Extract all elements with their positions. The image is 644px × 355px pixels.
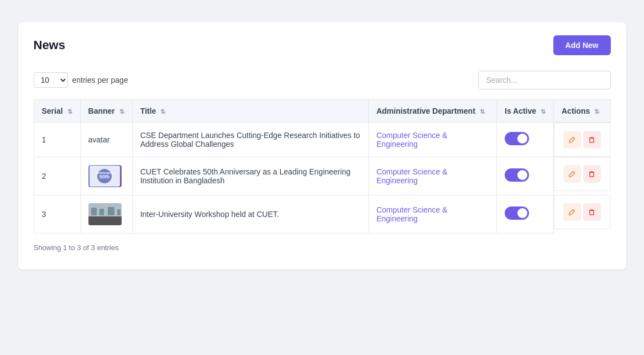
edit-button[interactable] [563, 203, 581, 221]
banner-image [88, 203, 122, 225]
cell-admin-dept: Computer Science & Engineering [368, 157, 496, 195]
card-header: News Add New [34, 35, 611, 55]
sort-serial-icon[interactable]: ⇅ [67, 108, 72, 115]
cell-banner: Celebrating 50th [80, 157, 132, 195]
col-title: Title ⇅ [132, 100, 368, 123]
cell-serial: 1 [34, 123, 80, 157]
sort-actions-icon[interactable]: ⇅ [594, 108, 599, 115]
table-row: 3 Inter-University Workshop held at CUET… [34, 195, 610, 233]
col-admin-dept: Administrative Department ⇅ [368, 100, 496, 123]
cell-title: CUET Celebrates 50th Anniversary as a Le… [132, 157, 368, 195]
table-controls: 10 25 50 100 entries per page [34, 71, 611, 89]
table-header-row: Serial ⇅ Banner ⇅ Title ⇅ Administrative… [34, 100, 610, 123]
delete-button[interactable] [583, 131, 601, 149]
showing-entries-text: Showing 1 to 3 of 3 entries [34, 243, 611, 252]
col-actions: Actions ⇅ [553, 100, 610, 123]
edit-button[interactable] [563, 165, 581, 183]
entries-per-page-select[interactable]: 10 25 50 100 [34, 72, 68, 88]
cell-actions [554, 195, 610, 229]
cell-banner: avatar [80, 123, 132, 157]
cell-admin-dept: Computer Science & Engineering [368, 123, 496, 157]
delete-button[interactable] [583, 203, 601, 221]
cell-is-active [497, 157, 554, 195]
cell-is-active [497, 195, 554, 233]
news-table: Serial ⇅ Banner ⇅ Title ⇅ Administrative… [34, 99, 611, 234]
main-card: News Add New 10 25 50 100 entries per pa… [18, 22, 626, 269]
active-toggle[interactable] [505, 168, 529, 182]
cell-title: CSE Department Launches Cutting-Edge Res… [132, 123, 368, 157]
page-title: News [34, 38, 65, 52]
svg-rect-5 [88, 216, 122, 225]
cell-banner [80, 195, 132, 233]
cell-actions [554, 123, 610, 157]
entries-per-page-control: 10 25 50 100 entries per page [34, 72, 128, 88]
svg-rect-8 [108, 207, 114, 215]
col-serial: Serial ⇅ [34, 100, 80, 123]
svg-rect-6 [91, 208, 97, 215]
entries-label: entries per page [72, 76, 128, 84]
col-banner: Banner ⇅ [80, 100, 132, 123]
active-toggle[interactable] [505, 132, 529, 145]
svg-rect-9 [117, 209, 121, 215]
cell-admin-dept: Computer Science & Engineering [368, 195, 496, 233]
svg-text:50th: 50th [100, 174, 110, 179]
table-row: 1avatarCSE Department Launches Cutting-E… [34, 123, 610, 157]
cell-serial: 2 [34, 157, 80, 195]
active-toggle[interactable] [505, 206, 529, 220]
sort-banner-icon[interactable]: ⇅ [119, 108, 124, 115]
cell-serial: 3 [34, 195, 80, 233]
banner-image: Celebrating 50th [88, 165, 122, 187]
cell-is-active [497, 123, 554, 157]
svg-rect-7 [100, 209, 104, 215]
sort-dept-icon[interactable]: ⇅ [480, 108, 485, 115]
cell-actions [554, 157, 610, 191]
table-row: 2 Celebrating 50th CUET Celebrates 50th … [34, 157, 610, 195]
sort-title-icon[interactable]: ⇅ [160, 108, 165, 115]
edit-button[interactable] [563, 131, 581, 149]
add-new-button[interactable]: Add New [553, 35, 611, 55]
cell-title: Inter-University Workshop held at CUET. [132, 195, 368, 233]
search-input[interactable] [478, 71, 611, 89]
sort-active-icon[interactable]: ⇅ [541, 108, 546, 115]
delete-button[interactable] [583, 165, 601, 183]
col-is-active: Is Active ⇅ [497, 100, 554, 123]
